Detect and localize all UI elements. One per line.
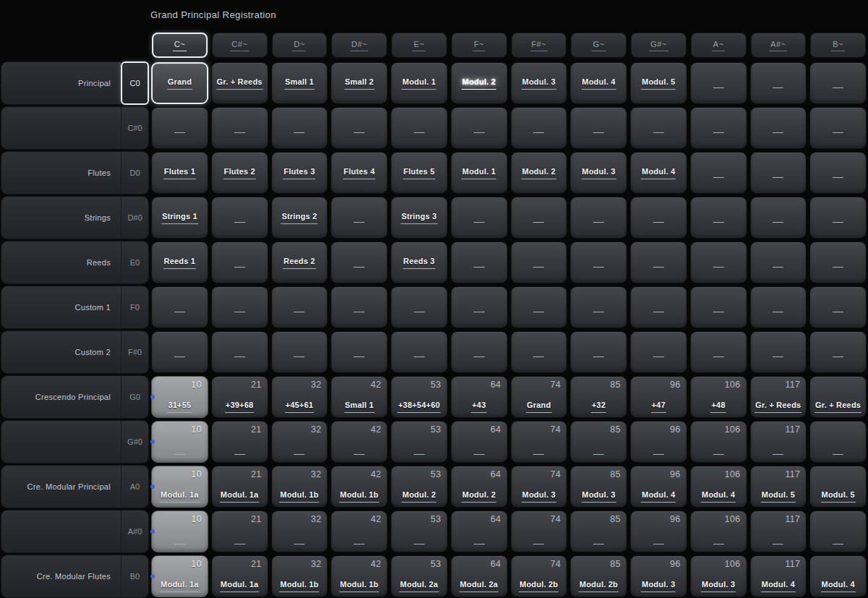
crescendo-cell-b0-8[interactable]: 96Modul. 3 <box>630 555 687 597</box>
crescendo-cell-a0-11[interactable]: Modul. 5 <box>809 466 867 508</box>
crescendo-cell-b0-4[interactable]: 53Modul. 2a <box>391 555 448 597</box>
preset-cell-f0-1[interactable] <box>211 286 268 328</box>
crescendo-cell-as0-8[interactable]: 96 <box>630 511 687 552</box>
crescendo-cell-as0-3[interactable]: 42 <box>331 511 388 552</box>
crescendo-cell-as0-6[interactable]: 74 <box>511 511 568 552</box>
preset-cell-ds0-5[interactable] <box>451 197 508 239</box>
crescendo-cell-as0-1[interactable]: 21 <box>211 511 268 552</box>
preset-cell-cs0-1[interactable] <box>211 107 268 149</box>
crescendo-cell-g0-0[interactable]: 1031+55 <box>151 376 208 418</box>
crescendo-cell-g0-3[interactable]: 42Small 1 <box>331 376 388 418</box>
column-header-ds[interactable]: D#~ <box>331 33 387 58</box>
crescendo-cell-gs0-9[interactable]: 106 <box>690 421 747 463</box>
crescendo-cell-g0-9[interactable]: 106+48 <box>690 376 747 418</box>
preset-cell-d0-3[interactable]: Flutes 4 <box>331 152 388 194</box>
preset-cell-e0-7[interactable] <box>570 242 627 283</box>
preset-cell-fs0-10[interactable] <box>750 331 807 373</box>
preset-cell-ds0-7[interactable] <box>570 197 627 239</box>
crescendo-cell-gs0-5[interactable]: 64 <box>451 421 508 463</box>
column-header-c[interactable]: C~ <box>152 33 208 58</box>
preset-cell-fs0-8[interactable] <box>630 331 687 373</box>
preset-cell-f0-2[interactable] <box>271 286 328 328</box>
preset-cell-cs0-9[interactable] <box>690 107 747 149</box>
preset-cell-d0-5[interactable]: Modul. 1 <box>451 152 508 194</box>
preset-cell-c0-6[interactable]: Modul. 3 <box>511 62 568 104</box>
preset-cell-f0-8[interactable] <box>630 286 687 328</box>
preset-cell-e0-3[interactable] <box>331 242 388 283</box>
crescendo-cell-as0-4[interactable]: 53 <box>391 511 448 552</box>
crescendo-cell-as0-7[interactable]: 85 <box>570 511 627 552</box>
crescendo-cell-a0-7[interactable]: 85Modul. 3 <box>570 466 627 508</box>
preset-cell-ds0-3[interactable] <box>331 197 388 239</box>
preset-cell-c0-5[interactable]: Modul. 2 <box>451 62 508 104</box>
preset-cell-e0-9[interactable] <box>690 242 747 283</box>
crescendo-cell-b0-6[interactable]: 74Modul. 2b <box>511 555 568 597</box>
preset-cell-ds0-10[interactable] <box>750 197 807 239</box>
crescendo-cell-as0-2[interactable]: 32 <box>271 511 328 552</box>
crescendo-cell-a0-6[interactable]: 74Modul. 3 <box>511 466 568 508</box>
preset-cell-ds0-2[interactable]: Strings 2 <box>271 197 328 239</box>
preset-cell-c0-11[interactable] <box>809 62 867 104</box>
crescendo-cell-g0-2[interactable]: 32+45+61 <box>271 376 328 418</box>
crescendo-cell-g0-1[interactable]: 21+39+68 <box>211 376 268 418</box>
preset-cell-cs0-8[interactable] <box>630 107 687 149</box>
preset-cell-e0-1[interactable] <box>211 242 268 283</box>
column-header-cs[interactable]: C#~ <box>212 33 268 58</box>
crescendo-cell-g0-8[interactable]: 96+47 <box>630 376 687 418</box>
crescendo-cell-as0-11[interactable] <box>809 511 867 552</box>
preset-cell-fs0-11[interactable] <box>809 331 867 373</box>
crescendo-cell-gs0-7[interactable]: 85 <box>570 421 627 463</box>
preset-cell-cs0-4[interactable] <box>391 107 448 149</box>
preset-cell-e0-10[interactable] <box>750 242 807 283</box>
column-header-b[interactable]: B~ <box>810 33 866 58</box>
preset-cell-ds0-9[interactable] <box>690 197 747 239</box>
preset-cell-c0-2[interactable]: Small 1 <box>271 62 328 104</box>
crescendo-cell-g0-11[interactable]: Gr. + Reeds <box>809 376 867 418</box>
crescendo-cell-g0-10[interactable]: 117Gr. + Reeds <box>750 376 807 418</box>
preset-cell-ds0-1[interactable] <box>211 197 268 239</box>
preset-cell-c0-10[interactable] <box>750 62 807 104</box>
column-header-a[interactable]: A~ <box>691 33 746 58</box>
crescendo-cell-a0-9[interactable]: 106Modul. 4 <box>690 466 747 508</box>
preset-cell-d0-0[interactable]: Flutes 1 <box>151 152 208 194</box>
crescendo-cell-as0-0[interactable]: 10 <box>151 511 208 552</box>
preset-cell-cs0-7[interactable] <box>570 107 627 149</box>
crescendo-cell-gs0-4[interactable]: 53 <box>391 421 448 463</box>
preset-cell-f0-4[interactable] <box>391 286 448 328</box>
preset-cell-e0-0[interactable]: Reeds 1 <box>151 242 208 283</box>
crescendo-cell-g0-5[interactable]: 64+43 <box>451 376 508 418</box>
crescendo-cell-b0-2[interactable]: 32Modul. 1b <box>271 555 328 597</box>
crescendo-cell-b0-5[interactable]: 64Modul. 2a <box>451 555 508 597</box>
preset-cell-cs0-2[interactable] <box>271 107 328 149</box>
preset-cell-e0-6[interactable] <box>511 242 568 283</box>
crescendo-cell-gs0-8[interactable]: 96 <box>630 421 687 463</box>
crescendo-cell-gs0-1[interactable]: 21 <box>211 421 268 463</box>
preset-cell-c0-9[interactable] <box>690 62 747 104</box>
crescendo-cell-a0-0[interactable]: 10Modul. 1a <box>151 466 208 508</box>
crescendo-cell-b0-9[interactable]: 106Modul. 3 <box>690 555 747 597</box>
preset-cell-cs0-5[interactable] <box>451 107 508 149</box>
column-header-as[interactable]: A#~ <box>751 33 807 58</box>
preset-cell-c0-3[interactable]: Small 2 <box>331 62 388 104</box>
preset-cell-fs0-5[interactable] <box>451 331 508 373</box>
preset-cell-cs0-10[interactable] <box>750 107 807 149</box>
crescendo-cell-g0-7[interactable]: 85+32 <box>570 376 627 418</box>
preset-cell-fs0-6[interactable] <box>511 331 568 373</box>
crescendo-cell-b0-3[interactable]: 42Modul. 1b <box>331 555 388 597</box>
crescendo-cell-g0-4[interactable]: 53+38+54+60 <box>391 376 448 418</box>
crescendo-cell-a0-10[interactable]: 117Modul. 5 <box>750 466 807 508</box>
crescendo-cell-b0-11[interactable]: Modul. 4 <box>809 555 867 597</box>
preset-cell-ds0-4[interactable]: Strings 3 <box>391 197 448 239</box>
preset-cell-f0-0[interactable] <box>151 286 208 328</box>
preset-cell-d0-11[interactable] <box>809 152 867 194</box>
preset-cell-d0-6[interactable]: Modul. 2 <box>511 152 568 194</box>
preset-cell-c0-4[interactable]: Modul. 1 <box>391 62 448 104</box>
preset-cell-f0-9[interactable] <box>690 286 747 328</box>
preset-cell-ds0-8[interactable] <box>630 197 687 239</box>
preset-cell-ds0-11[interactable] <box>809 197 867 239</box>
preset-cell-f0-11[interactable] <box>809 286 867 328</box>
preset-cell-d0-7[interactable]: Modul. 3 <box>570 152 627 194</box>
preset-cell-d0-8[interactable]: Modul. 4 <box>630 152 687 194</box>
preset-cell-cs0-0[interactable] <box>151 107 208 149</box>
preset-cell-c0-0[interactable]: Grand <box>151 62 208 104</box>
